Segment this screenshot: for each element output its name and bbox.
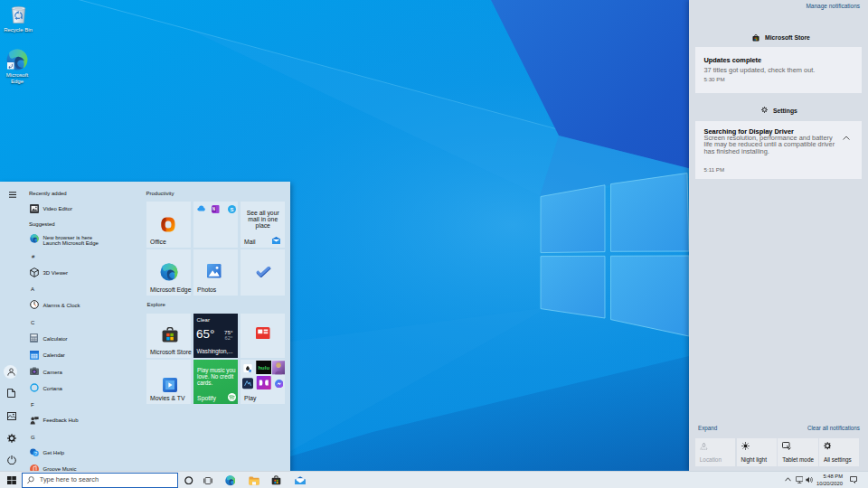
svg-text:hulu: hulu: [258, 365, 269, 371]
svg-text:?: ?: [34, 450, 37, 455]
svg-text:S: S: [230, 206, 233, 211]
